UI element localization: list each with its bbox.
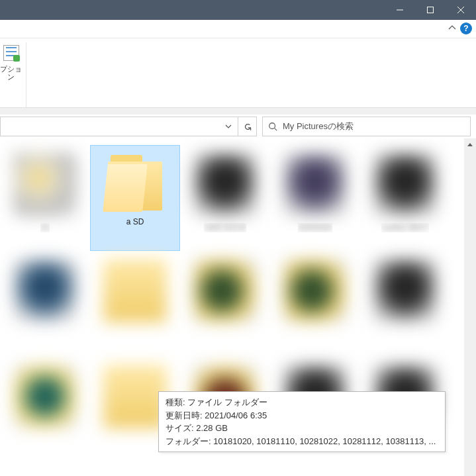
tooltip-modified-label: 更新日時: (166, 410, 203, 420)
folder-item[interactable] (90, 251, 180, 357)
folder-item[interactable]: DDDDDD (270, 145, 360, 251)
folder-name-label: cod4ss 96GT (381, 223, 428, 232)
scroll-up-arrow-icon[interactable] (464, 138, 476, 150)
search-box[interactable]: My Picturesの検索 (262, 117, 471, 136)
folder-thumbnail (103, 365, 167, 428)
ribbon-collapse-icon[interactable] (448, 23, 456, 34)
folder-item[interactable]: 20 (0, 145, 90, 251)
tooltip-size-value: 2.28 GB (196, 423, 228, 433)
address-history-dropdown[interactable] (219, 117, 238, 136)
tooltip-folders-value: 10181020, 10181110, 10281022, 10281112, … (213, 436, 436, 446)
file-list-area[interactable]: 20a SDAMD DACBDDDDDDcod4ss 96GT 種類: ファイル… (0, 138, 464, 476)
folder-name-label: DDDDDD (298, 223, 332, 232)
tooltip-type-label: 種類: (166, 397, 185, 407)
search-icon (268, 122, 277, 131)
folder-item[interactable] (0, 251, 90, 357)
folder-thumbnail (283, 259, 347, 322)
ribbon-toolbar: プション (0, 38, 476, 108)
window-maximize-button[interactable] (415, 0, 446, 20)
refresh-icon: ↻ (242, 122, 254, 131)
options-icon (3, 45, 19, 61)
folder-tooltip: 種類: ファイル フォルダー 更新日時: 2021/04/06 6:35 サイズ… (158, 391, 446, 452)
folder-item[interactable]: a SD (90, 145, 180, 251)
tooltip-modified-value: 2021/04/06 6:35 (205, 410, 267, 420)
folder-item[interactable]: cod4ss 96GT (360, 145, 450, 251)
ribbon-group-options[interactable]: プション (0, 42, 26, 107)
folder-icon (105, 158, 165, 211)
svg-line-5 (275, 128, 277, 131)
folder-thumbnail (13, 259, 77, 322)
window-close-button[interactable] (446, 0, 476, 20)
tooltip-size-label: サイズ: (166, 423, 194, 433)
folder-item[interactable] (270, 251, 360, 357)
search-placeholder: My Picturesの検索 (283, 120, 354, 132)
window-titlebar (0, 0, 476, 20)
menubar: ? (0, 20, 476, 38)
folder-thumbnail (103, 259, 167, 322)
ribbon-separator (0, 108, 476, 115)
folder-thumbnail (193, 153, 257, 216)
folder-thumbnail (373, 153, 437, 216)
svg-point-4 (269, 123, 275, 129)
folder-thumbnail (283, 153, 347, 216)
help-icon[interactable]: ? (460, 23, 472, 34)
svg-rect-1 (428, 7, 434, 13)
folder-name-label: a SD (126, 217, 144, 226)
vertical-scrollbar[interactable] (464, 138, 476, 476)
address-bar[interactable]: ↻ (0, 117, 257, 136)
folder-item[interactable] (0, 357, 90, 463)
folder-item[interactable] (360, 251, 450, 357)
ribbon-options-label: プション (0, 65, 22, 81)
folder-thumbnail (193, 259, 257, 322)
folder-thumbnail (13, 153, 77, 216)
tooltip-folders-label: フォルダー: (166, 436, 211, 446)
tooltip-type-value: ファイル フォルダー (187, 397, 267, 407)
folder-name-label: 20 (40, 223, 49, 232)
window-minimize-button[interactable] (385, 0, 415, 20)
folder-name-label: AMD DACB (204, 223, 246, 232)
folder-thumbnail (373, 259, 437, 322)
folder-thumbnail (13, 365, 77, 428)
folder-item[interactable] (180, 251, 270, 357)
address-search-row: ↻ My Picturesの検索 (0, 115, 476, 138)
refresh-button[interactable]: ↻ (238, 117, 256, 136)
folder-item[interactable]: AMD DACB (180, 145, 270, 251)
